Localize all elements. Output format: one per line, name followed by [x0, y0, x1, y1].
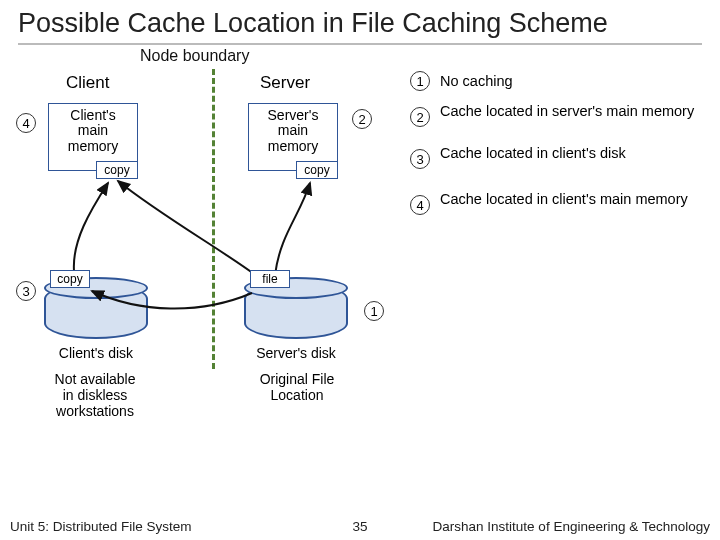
server-disk — [244, 283, 348, 339]
slide-footer: Unit 5: Distributed File System 35 Darsh… — [0, 512, 720, 540]
node-boundary-label: Node boundary — [140, 47, 249, 65]
legend-text-4: Cache located in client's main memory — [440, 191, 700, 208]
legend-marker-2: 2 — [410, 107, 430, 127]
server-mem-copy-tag: copy — [296, 161, 338, 179]
footer-page-number: 35 — [352, 519, 367, 534]
diagram-marker-3: 3 — [16, 281, 36, 301]
client-heading: Client — [66, 73, 109, 93]
footer-right: Darshan Institute of Engineering & Techn… — [433, 519, 710, 534]
legend-text-2: Cache located in server's main memory — [440, 103, 700, 120]
legend-marker-1: 1 — [410, 71, 430, 91]
server-disk-file-tag: file — [250, 270, 290, 288]
legend-text-3: Cache located in client's disk — [440, 145, 700, 162]
slide-title: Possible Cache Location in File Caching … — [0, 0, 720, 43]
server-disk-label: Server's disk — [244, 345, 348, 361]
footer-left: Unit 5: Distributed File System — [10, 519, 192, 534]
legend-text-1: No caching — [440, 73, 700, 90]
client-disk-label: Client's disk — [44, 345, 148, 361]
legend-marker-3: 3 — [410, 149, 430, 169]
diagram-marker-4: 4 — [16, 113, 36, 133]
client-disk-copy-tag: copy — [50, 270, 90, 288]
diagram-marker-2: 2 — [352, 109, 372, 129]
diskless-note: Not available in diskless workstations — [40, 371, 150, 419]
client-disk — [44, 283, 148, 339]
legend-marker-4: 4 — [410, 195, 430, 215]
diagram-marker-1: 1 — [364, 301, 384, 321]
server-heading: Server — [260, 73, 310, 93]
client-mem-copy-tag: copy — [96, 161, 138, 179]
node-boundary-line — [212, 69, 215, 369]
diagram-stage: Node boundary Client Server 4 2 3 1 Clie… — [0, 45, 720, 475]
original-file-note: Original File Location — [242, 371, 352, 403]
